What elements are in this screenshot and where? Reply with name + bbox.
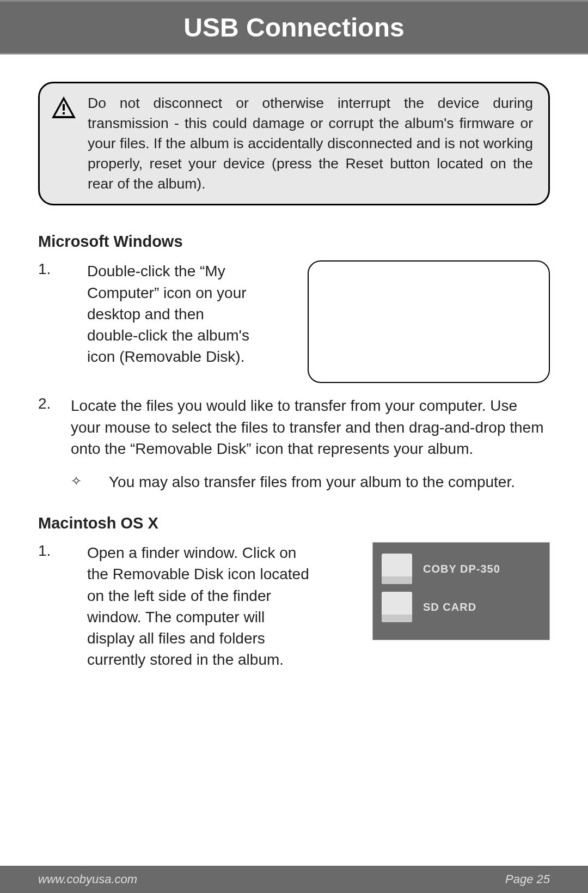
disk-icon bbox=[382, 592, 412, 622]
footer-url: www.cobyusa.com bbox=[38, 872, 137, 886]
mac-heading: Macintosh OS X bbox=[38, 514, 550, 532]
diamond-icon: ✧ bbox=[71, 471, 109, 489]
illustration-placeholder bbox=[308, 260, 550, 383]
windows-heading: Microsoft Windows bbox=[38, 233, 550, 251]
drive-row: COBY DP-350 bbox=[382, 554, 541, 584]
content-area: Do not disconnect or otherwise interrupt… bbox=[0, 54, 588, 670]
step-text: Locate the files you would like to trans… bbox=[71, 395, 550, 459]
svg-rect-3 bbox=[63, 112, 65, 114]
drive-label: SD CARD bbox=[423, 601, 476, 613]
step-number: 1. bbox=[38, 260, 71, 278]
warning-icon bbox=[51, 95, 77, 119]
warning-box: Do not disconnect or otherwise interrupt… bbox=[38, 82, 550, 205]
drive-label: COBY DP-350 bbox=[423, 563, 500, 575]
windows-step-1: 1. Double-click the “My Computer” icon o… bbox=[38, 260, 550, 383]
mac-step-1: 1. Open a finder window. Click on the Re… bbox=[38, 542, 550, 670]
step-text: Open a finder window. Click on the Remov… bbox=[87, 542, 316, 670]
step-number: 1. bbox=[38, 542, 71, 560]
warning-text: Do not disconnect or otherwise interrupt… bbox=[88, 93, 533, 194]
footer-page: Page 25 bbox=[505, 872, 550, 886]
svg-rect-2 bbox=[63, 104, 65, 111]
disk-icon bbox=[382, 554, 412, 584]
footer: www.cobyusa.com Page 25 bbox=[0, 866, 588, 893]
drive-row: SD CARD bbox=[382, 592, 541, 622]
page-title: USB Connections bbox=[183, 13, 404, 42]
step-text: Double-click the “My Computer” icon on y… bbox=[87, 260, 256, 367]
step-number: 2. bbox=[38, 395, 71, 412]
windows-sub-bullet: ✧ You may also transfer files from your … bbox=[38, 471, 550, 493]
sub-bullet-text: You may also transfer files from your al… bbox=[109, 471, 515, 493]
windows-step-2: 2. Locate the files you would like to tr… bbox=[38, 395, 550, 459]
header-bar: USB Connections bbox=[0, 0, 588, 54]
mac-finder-screenshot: COBY DP-350 SD CARD bbox=[372, 542, 550, 640]
